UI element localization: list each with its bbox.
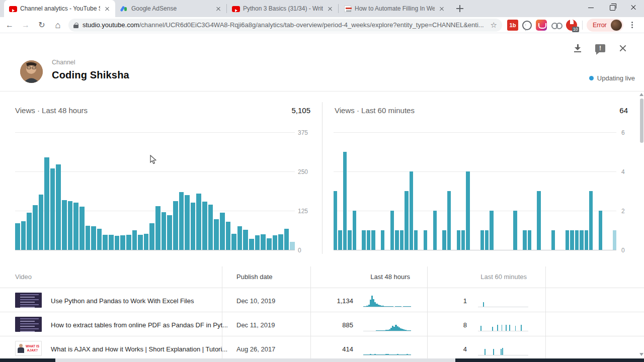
links-extension-icon[interactable]	[551, 20, 562, 31]
bar	[400, 230, 404, 250]
bar	[575, 230, 579, 250]
tab-strip: Channel analytics - YouTube Stu Google A…	[0, 0, 644, 17]
chrome-menu-icon[interactable]	[627, 19, 636, 32]
forward-icon[interactable]: →	[19, 19, 32, 32]
column-header-publish-date[interactable]: Publish date	[236, 273, 273, 281]
bookmark-star-icon[interactable]: ☆	[491, 21, 497, 30]
minimize-button[interactable]	[581, 0, 602, 15]
video-thumbnail[interactable]	[15, 317, 42, 332]
column-header-last-48-hours[interactable]: Last 48 hours	[310, 273, 410, 281]
url-text[interactable]: studio.youtube.com/channel/UCR6d0EiC3G4W…	[83, 21, 488, 29]
bar	[490, 211, 493, 250]
new-tab-button[interactable]	[453, 2, 467, 16]
bar	[50, 168, 55, 250]
feedback-icon[interactable]	[595, 44, 605, 52]
bar	[214, 219, 219, 250]
column-header-last-60-minutes[interactable]: Last 60 minutes	[427, 273, 527, 281]
tab-title: How to Automate Filling In Web	[355, 5, 435, 12]
bar	[278, 234, 283, 250]
lock-icon[interactable]	[73, 22, 78, 28]
bar	[15, 223, 20, 250]
bar	[353, 211, 356, 250]
bar	[497, 325, 498, 331]
ytick-label: 375	[298, 129, 308, 136]
taskbar-window-segment[interactable]	[55, 358, 455, 362]
bar	[255, 235, 260, 250]
taskbar-strip	[0, 358, 644, 362]
tab-title: Python 3 Basics (31/34) - Write t	[243, 5, 323, 12]
restore-button[interactable]	[602, 0, 623, 15]
close-analytics-icon[interactable]	[618, 43, 628, 53]
bar	[220, 213, 225, 250]
bar	[424, 230, 427, 250]
column-header-video[interactable]: Video	[15, 273, 32, 281]
tab-close-icon[interactable]	[438, 5, 446, 13]
bar	[261, 234, 266, 250]
chart-60m-total: 64	[578, 106, 628, 115]
tab-close-icon[interactable]	[214, 5, 222, 13]
tab-google-adsense[interactable]: Google AdSense	[115, 0, 226, 17]
ytick-label: 6	[621, 129, 625, 136]
publish-date: Dec 10, 2019	[236, 297, 275, 305]
column-divider	[222, 266, 222, 358]
bar	[109, 235, 114, 250]
bar	[523, 230, 526, 250]
tab-python-basics[interactable]: Python 3 Basics (31/34) - Write t	[227, 0, 338, 17]
circle-extension-icon[interactable]	[522, 21, 532, 30]
tab-close-icon[interactable]	[103, 5, 111, 13]
video-thumbnail[interactable]: WHAT IS AJAX?	[15, 341, 42, 356]
bar	[273, 235, 278, 250]
video-title-link[interactable]: Use Python and Pandas to Work With Excel…	[51, 297, 194, 305]
back-icon[interactable]: ←	[3, 19, 16, 32]
download-icon[interactable]	[573, 43, 583, 53]
video-thumbnail[interactable]	[15, 293, 42, 308]
onebox-extension-icon[interactable]: 1b	[507, 20, 518, 31]
tab-channel-analytics[interactable]: Channel analytics - YouTube Stu	[4, 0, 115, 17]
bar	[442, 230, 446, 250]
bar	[237, 226, 243, 250]
column-divider	[545, 266, 546, 358]
bar	[528, 230, 531, 250]
sparkline-48h	[363, 294, 411, 307]
bar	[483, 302, 484, 307]
adblock-extension-icon[interactable]: 10	[566, 20, 577, 31]
bar	[138, 235, 143, 250]
bar	[395, 230, 398, 250]
tab-close-icon[interactable]	[326, 5, 334, 13]
bar	[392, 306, 393, 307]
scrollbar-thumb[interactable]	[640, 99, 643, 143]
gradient-extension-icon[interactable]	[536, 20, 547, 31]
bar	[343, 152, 347, 250]
channel-avatar[interactable]	[20, 60, 43, 83]
scrollbar-up-icon[interactable]	[639, 93, 643, 96]
bar	[97, 229, 102, 250]
bar	[91, 226, 96, 250]
profile-error-button[interactable]: Error	[587, 19, 623, 32]
bar	[410, 354, 411, 355]
tab-automate-filling[interactable]: How to Automate Filling In Web	[339, 0, 450, 17]
video-title-link[interactable]: How to extract tables from online PDF as…	[51, 321, 228, 329]
bar	[202, 202, 207, 250]
video-title-link[interactable]: What is AJAX and How it Works | Short Ex…	[51, 345, 227, 353]
reload-icon[interactable]: ↻	[35, 19, 48, 32]
scrollbar-down-icon[interactable]	[639, 353, 643, 356]
bar	[502, 325, 503, 331]
channel-label: Channel	[52, 59, 75, 66]
bar	[513, 211, 517, 250]
bar	[249, 239, 254, 250]
bar	[410, 306, 411, 307]
publish-date: Dec 11, 2019	[236, 321, 275, 329]
address-bar[interactable]: studio.youtube.com/channel/UCR6d0EiC3G4W…	[68, 19, 502, 32]
url-domain: studio.youtube.com	[83, 21, 139, 29]
bar	[405, 191, 408, 250]
chart-divider	[322, 102, 323, 254]
adsense-favicon	[120, 5, 128, 13]
gridline-0	[334, 250, 616, 250]
window-close-button[interactable]	[623, 0, 644, 15]
bar	[226, 222, 231, 250]
bar	[506, 325, 507, 331]
profile-avatar[interactable]	[611, 20, 622, 31]
browser-toolbar: ← → ↻ ⌂ studio.youtube.com/channel/UCR6d…	[0, 17, 644, 33]
home-icon[interactable]: ⌂	[51, 19, 64, 32]
ytick-label: 250	[298, 168, 308, 175]
